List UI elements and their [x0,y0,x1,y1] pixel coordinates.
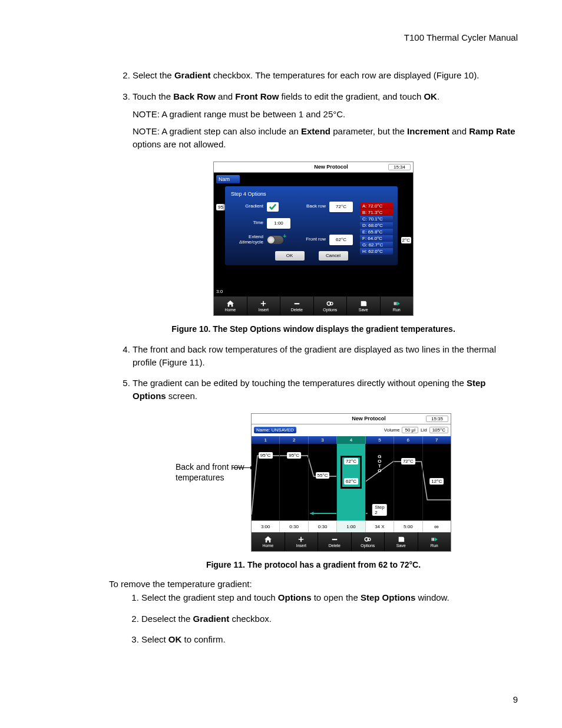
device-toolbar: Home Insert Delete Options Save Run [214,297,413,315]
time-cell[interactable]: 0:30 [309,521,337,532]
back-row-field[interactable]: 72°C [329,202,353,212]
side-temp: 95 [216,204,225,210]
page-number: 9 [513,694,518,704]
figure-11-caption: Figure 11. The protocol has a gradient f… [109,560,518,569]
goto-label: GOTO [378,454,381,473]
step-col[interactable]: 12°C [423,444,451,521]
step-col[interactable]: 72°C [394,444,422,521]
ok-button[interactable]: OK [275,251,305,261]
temp-box[interactable]: 12°C [429,478,444,485]
protocol-name-field[interactable]: Name: UNSAVED [254,427,296,433]
step-col[interactable]: 95°C [252,444,280,521]
text: fields to edit the gradient, and touch [279,91,424,101]
insert-button[interactable]: Insert [285,532,319,551]
extend-toggle[interactable]: + [267,236,283,244]
front-row-field[interactable]: 62°C [329,235,353,245]
svg-rect-5 [332,539,337,540]
text: Touch the [133,91,173,101]
step-options-popup: Step 4 Options Gradient Back row 72°C Ti… [225,186,398,265]
time-cell[interactable]: 5:00 [394,521,422,532]
temp-box[interactable]: 95°C [287,452,301,459]
instruction-list-mid: The front and back row temperatures of t… [109,343,518,403]
volume-label: Volume [384,427,400,433]
thermal-profile: 95°C 95°C 55°C 72°C 62°C GOTO Step 2 72°… [252,444,451,521]
note-2: NOTE: A gradient step can also include a… [133,125,518,151]
figure-10-screenshot: New Protocol 15:34 Nam 95 2°C 3:0 Step 4… [213,162,414,316]
temp-box-front[interactable]: 62°C [344,478,358,485]
bold: Back Row [173,91,216,101]
step-5: The gradient can be edited by touching t… [133,377,518,403]
time-label: Time [231,220,263,226]
back-row-label: Back row [293,204,326,209]
figure-11-callout: Back and front row temperatures [176,413,246,483]
volume-field[interactable]: 50 µl [402,427,418,433]
step-header[interactable]: 4 [337,436,365,444]
figure-11-screenshot: New Protocol 15:35 Name: UNSAVED Volume … [251,413,451,552]
removal-step-1: Select the gradient step and touch Optio… [141,591,518,604]
delete-button[interactable]: Delete [318,532,352,551]
step-header[interactable]: 1 [252,436,280,444]
side-time: 3:0 [216,289,223,294]
header-row: Name: UNSAVED Volume 50 µl Lid 105°C [252,424,451,436]
step-col[interactable]: 55°C [309,444,337,521]
svg-rect-0 [294,303,299,304]
save-button[interactable]: Save [347,297,381,315]
time-field[interactable]: 1:00 [267,218,290,229]
svg-rect-3 [394,302,395,305]
home-button[interactable]: Home [252,532,285,551]
step-col-selected[interactable]: 72°C 62°C [337,444,365,521]
temp-box[interactable]: 72°C [401,458,415,465]
save-button[interactable]: Save [385,532,418,551]
lid-label: Lid [421,427,427,433]
figure-10-caption: Figure 10. The Step Options window displ… [109,324,518,334]
gradient-label: Gradient [231,204,263,209]
delete-button[interactable]: Delete [280,297,314,315]
removal-list: Select the gradient step and touch Optio… [109,591,518,646]
step-header[interactable]: 5 [366,436,394,444]
page-header: T100 Thermal Cycler Manual [109,32,518,42]
time-cell[interactable]: ∞ [423,521,451,532]
time-cell[interactable]: 1:00 [337,521,365,532]
svg-rect-8 [432,538,433,541]
step-3: Touch the Back Row and Front Row fields … [133,90,518,151]
options-button[interactable]: Options [352,532,385,551]
time-cell[interactable]: 0:30 [280,521,308,532]
step-header[interactable]: 2 [280,436,308,444]
run-button[interactable]: Run [418,532,451,551]
gradient-checkbox[interactable] [267,202,279,212]
step-col[interactable]: 95°C [280,444,308,521]
temp-box[interactable]: 55°C [316,472,330,479]
step-4: The front and back row temperatures of t… [133,343,518,369]
step-header[interactable]: 7 [423,436,451,444]
cancel-button[interactable]: Cancel [319,251,348,261]
bold: Gradient [174,70,211,80]
gradient-temp-list: A: 72.0°C B: 71.3°C C: 70.1°C D: 68.0°C … [360,203,393,255]
step-col[interactable]: GOTO Step 2 [366,444,394,521]
bold: Front Row [235,91,279,101]
text: and [216,91,235,101]
goto-step-field[interactable]: Step 2 [372,504,386,516]
step-header-row: 1 2 3 4 5 6 7 [252,436,451,444]
instruction-list-top: Select the Gradient checkbox. The temper… [109,69,518,151]
text: . [437,91,439,101]
temp-box-back[interactable]: 72°C [344,458,358,465]
step-header[interactable]: 6 [394,436,422,444]
time-cell[interactable]: 3:00 [252,521,280,532]
time-cell[interactable]: 34 X [366,521,394,532]
text: Select the [133,70,174,80]
device-toolbar: Home Insert Delete Options Save Run [252,532,451,551]
extend-label: Extend Δtime/cycle [231,235,263,245]
svg-rect-4 [396,302,397,305]
popup-title: Step 4 Options [231,191,392,197]
temp-box[interactable]: 95°C [259,452,273,459]
lid-field[interactable]: 105°C [429,427,448,433]
front-row-label: Front row [293,237,326,242]
home-button[interactable]: Home [214,297,247,315]
removal-intro: To remove the temperature gradient: [109,579,518,589]
insert-button[interactable]: Insert [247,297,281,315]
step-header[interactable]: 3 [309,436,337,444]
text: checkbox. The temperatures for each row … [211,70,480,80]
time-row: 3:00 0:30 0:30 1:00 34 X 5:00 ∞ [252,521,451,532]
options-button[interactable]: Options [314,297,348,315]
run-button[interactable]: Run [381,297,414,315]
